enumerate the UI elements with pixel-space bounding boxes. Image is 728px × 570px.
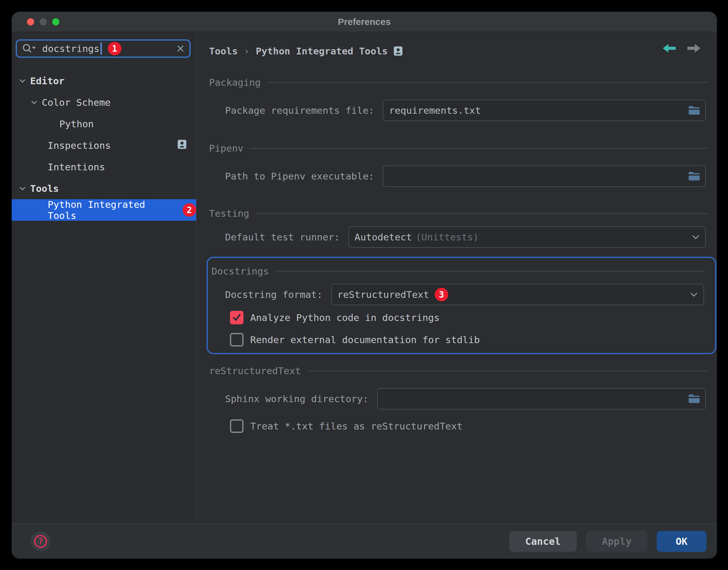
docstrings-highlight-box: Docstrings Docstring format: reStructure… xyxy=(207,257,716,354)
breadcrumb: Tools › Python Integrated Tools xyxy=(209,40,402,62)
annotation-badge-1: 1 xyxy=(108,42,121,55)
section-title: Pipenv xyxy=(209,142,244,154)
minimize-window-button[interactable] xyxy=(40,18,47,25)
chevron-down-icon[interactable] xyxy=(19,79,26,83)
section-divider-line xyxy=(250,148,708,149)
chevron-down-icon[interactable] xyxy=(19,186,26,191)
checkbox-label: Analyze Python code in docstrings xyxy=(250,312,440,323)
default-test-runner-dropdown[interactable]: Autodetect (Unittests) xyxy=(348,226,706,248)
clear-search-icon[interactable] xyxy=(176,45,185,53)
section-header-packaging: Packaging xyxy=(209,76,708,89)
section-header-docstrings: Docstrings xyxy=(212,265,704,278)
field-label: Sphinx working directory: xyxy=(225,393,369,404)
settings-tree: Editor Color Scheme Python Inspections xyxy=(12,70,196,221)
section-title: Testing xyxy=(209,208,249,219)
question-mark-icon: ? xyxy=(34,535,47,548)
checkbox-checked[interactable] xyxy=(230,311,244,324)
sphinx-working-directory-row: Sphinx working directory: xyxy=(225,388,706,409)
pipenv-path-row: Path to Pipenv executable: xyxy=(225,166,706,187)
sidebar-item-label: Inspections xyxy=(48,140,111,151)
cancel-button[interactable]: Cancel xyxy=(509,531,577,552)
package-requirements-input[interactable]: requirements.txt xyxy=(383,99,706,121)
chevron-down-icon xyxy=(690,292,698,297)
section-header-restructuredtext: reStructuredText xyxy=(209,364,708,377)
checkbox-label: Treat *.txt files as reStructuredText xyxy=(250,420,463,432)
chevron-down-icon[interactable] xyxy=(31,100,37,104)
sidebar-item-tools[interactable]: Tools xyxy=(12,178,196,199)
help-button[interactable]: ? xyxy=(31,532,50,551)
person-icon xyxy=(178,140,186,151)
docstring-format-dropdown[interactable]: reStructuredText 3 xyxy=(331,284,704,305)
search-icon xyxy=(22,43,37,54)
section-title: Docstrings xyxy=(212,266,269,277)
section-divider-line xyxy=(267,82,708,83)
section-title: reStructuredText xyxy=(209,365,301,376)
section-divider-line xyxy=(307,370,708,371)
pipenv-path-input[interactable] xyxy=(383,166,706,187)
annotation-badge-3: 3 xyxy=(435,288,448,301)
annotation-badge-2: 2 xyxy=(183,203,196,217)
render-external-docs-checkbox-row: Render external documentation for stdlib xyxy=(230,333,480,346)
field-label: Package requirements file: xyxy=(225,105,374,116)
zoom-window-button[interactable] xyxy=(52,18,59,25)
settings-content: Tools › Python Integrated Tools Packagin… xyxy=(197,32,717,524)
field-label: Default test runner: xyxy=(225,232,340,243)
settings-search-input[interactable]: docstrings 1 xyxy=(16,39,191,58)
checkbox-unchecked[interactable] xyxy=(230,419,244,433)
person-icon xyxy=(394,46,402,56)
close-window-button[interactable] xyxy=(27,18,34,25)
field-value: requirements.txt xyxy=(389,105,481,116)
section-header-pipenv: Pipenv xyxy=(209,142,708,155)
breadcrumb-python-integrated-tools: Python Integrated Tools xyxy=(256,45,388,57)
field-label: Path to Pipenv executable: xyxy=(225,171,374,182)
docstring-format-row: Docstring format: reStructuredText 3 xyxy=(225,284,704,305)
dropdown-value: Autodetect xyxy=(354,232,412,243)
analyze-python-code-checkbox-row: Analyze Python code in docstrings xyxy=(230,311,440,324)
forward-arrow-icon[interactable] xyxy=(687,43,701,53)
chevron-down-icon xyxy=(692,235,700,240)
sidebar-item-python[interactable]: Python xyxy=(12,113,196,135)
breadcrumb-separator: › xyxy=(244,45,250,57)
traffic-lights xyxy=(27,18,59,25)
sidebar-item-python-integrated-tools[interactable]: Python Integrated Tools 2 xyxy=(12,199,196,221)
preferences-window: Preferences docstrings 1 xyxy=(12,12,717,559)
folder-browse-icon[interactable] xyxy=(688,171,700,181)
default-test-runner-row: Default test runner: Autodetect (Unittes… xyxy=(225,226,706,248)
dropdown-value-secondary: (Unittests) xyxy=(416,232,479,243)
sidebar-item-editor[interactable]: Editor xyxy=(12,70,196,92)
sidebar-item-label: Python xyxy=(59,118,94,129)
sphinx-working-directory-input[interactable] xyxy=(377,388,706,409)
field-label: Docstring format: xyxy=(225,289,323,300)
back-arrow-icon[interactable] xyxy=(662,43,676,53)
sidebar-item-label: Tools xyxy=(30,183,59,194)
treat-txt-files-checkbox-row: Treat *.txt files as reStructuredText xyxy=(230,419,463,433)
window-title: Preferences xyxy=(338,17,391,27)
folder-browse-icon[interactable] xyxy=(688,105,700,115)
settings-sidebar: docstrings 1 Editor xyxy=(12,32,197,524)
breadcrumb-tools[interactable]: Tools xyxy=(209,45,238,57)
ok-button[interactable]: OK xyxy=(657,531,706,552)
dialog-footer: ? Cancel Apply OK xyxy=(12,524,717,559)
folder-browse-icon[interactable] xyxy=(688,394,700,404)
apply-button[interactable]: Apply xyxy=(586,531,648,552)
sidebar-item-label: Python Integrated Tools xyxy=(48,199,178,221)
title-bar: Preferences xyxy=(12,12,717,32)
sidebar-item-label: Color Scheme xyxy=(42,97,111,108)
section-divider-line xyxy=(256,213,708,214)
sidebar-item-label: Editor xyxy=(30,75,65,86)
checkbox-label: Render external documentation for stdlib xyxy=(250,334,480,345)
search-query-text: docstrings xyxy=(42,43,100,54)
text-cursor xyxy=(100,42,102,55)
sidebar-item-intentions[interactable]: Intentions xyxy=(12,156,196,178)
section-header-testing: Testing xyxy=(209,207,708,220)
section-divider-line xyxy=(275,271,704,272)
dropdown-value: reStructuredText xyxy=(337,289,429,300)
sidebar-item-color-scheme[interactable]: Color Scheme xyxy=(12,92,196,113)
package-requirements-row: Package requirements file: requirements.… xyxy=(225,99,706,121)
checkbox-unchecked[interactable] xyxy=(230,333,244,346)
sidebar-item-inspections[interactable]: Inspections xyxy=(12,135,196,156)
section-title: Packaging xyxy=(209,77,261,88)
sidebar-item-label: Intentions xyxy=(48,162,105,173)
